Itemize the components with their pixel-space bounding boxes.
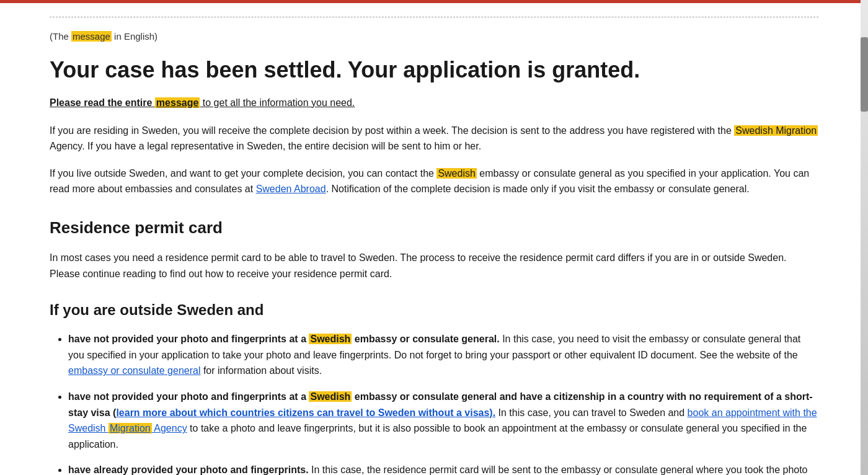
migration-highlight-li2: Migration: [108, 423, 152, 433]
embassy-consulate-link[interactable]: embassy or consulate general: [68, 365, 200, 376]
list-item-2: have not provided your photo and fingerp…: [68, 389, 818, 452]
countries-travel-link[interactable]: learn more about which countries citizen…: [116, 407, 495, 418]
dashed-separator: [50, 17, 818, 17]
scrollbar[interactable]: [861, 0, 868, 475]
list-item-1: have not provided your photo and fingerp…: [68, 331, 818, 379]
main-heading: Your case has been settled. Your applica…: [50, 56, 818, 83]
read-message-line: Please read the entire message to get al…: [50, 95, 818, 110]
swedish-highlight-p2: Swedish: [436, 168, 476, 179]
outside-sweden-list: have not provided your photo and fingerp…: [50, 331, 818, 475]
residence-permit-body: In most cases you need a residence permi…: [50, 250, 818, 282]
message-highlight: message: [71, 31, 112, 42]
swedish-highlight-li1: Swedish: [309, 334, 352, 344]
paragraph1: If you are residing in Sweden, you will …: [50, 123, 818, 154]
residence-permit-heading: Residence permit card: [50, 216, 818, 240]
outside-sweden-heading: If you are outside Sweden and: [50, 299, 818, 321]
message-highlight2: message: [155, 97, 200, 108]
list-item-3: have already provided your photo and fin…: [68, 462, 818, 475]
intro-line: (The message in English): [50, 30, 818, 44]
swedish-migration-highlight: Swedish Migration: [734, 125, 818, 136]
sweden-abroad-link[interactable]: Sweden Abroad: [256, 184, 326, 194]
swedish-highlight-li2: Swedish: [309, 391, 352, 402]
scrollbar-thumb[interactable]: [861, 37, 868, 112]
paragraph2: If you live outside Sweden, and want to …: [50, 166, 818, 197]
